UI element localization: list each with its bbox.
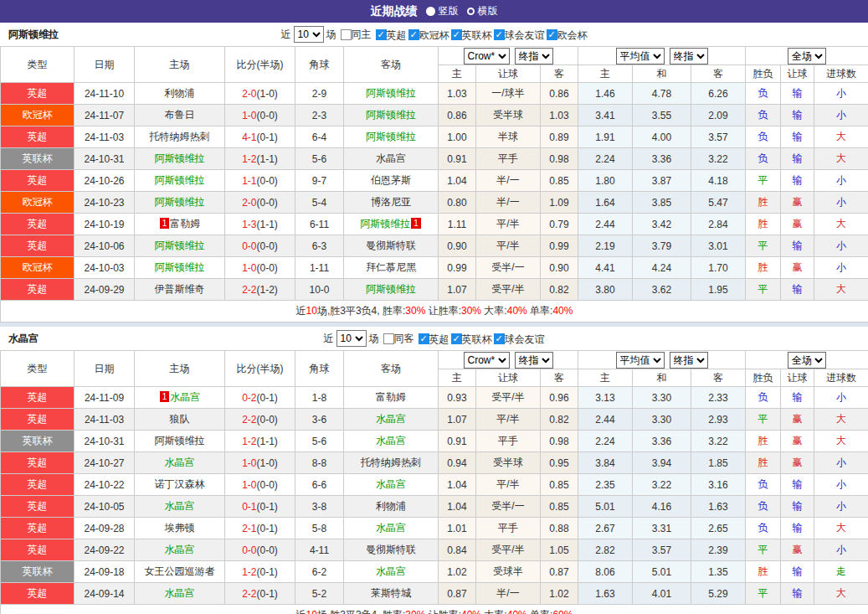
home-team-cell[interactable]: 狼队	[135, 409, 225, 431]
checkbox-checked-icon[interactable]: ✓	[408, 29, 419, 40]
same-venue-filter[interactable]: 同主	[341, 23, 372, 46]
rounds-select[interactable]: 10	[294, 26, 324, 43]
rounds-select[interactable]: 10	[336, 330, 367, 347]
radio-vertical-label[interactable]: 竖版	[439, 4, 459, 18]
away-team-name[interactable]: 水晶宫	[376, 413, 406, 425]
home-team-name[interactable]: 阿斯顿维拉	[155, 196, 205, 208]
away-team-name[interactable]: 阿斯顿维拉	[366, 283, 416, 295]
home-team-name[interactable]: 伊普斯维奇	[155, 283, 205, 295]
competition-filter[interactable]: ✓英联杯	[451, 23, 492, 47]
away-team-cell[interactable]: 阿斯顿维拉	[344, 126, 439, 148]
home-team-cell[interactable]: 水晶宫	[135, 452, 225, 474]
away-team-cell[interactable]: 阿斯顿维拉	[344, 83, 439, 105]
away-team-cell[interactable]: 阿斯顿维拉1	[344, 214, 439, 235]
average-select[interactable]: 平均值	[616, 352, 665, 369]
competition-filter[interactable]: ✓欧冠杯	[408, 23, 449, 47]
away-team-cell[interactable]: 博洛尼亚	[344, 192, 439, 214]
home-team-cell[interactable]: 埃弗顿	[135, 518, 225, 539]
away-team-name[interactable]: 水晶宫	[376, 478, 406, 490]
away-team-cell[interactable]: 水晶宫	[344, 518, 439, 539]
competition-filter[interactable]: ✓英超	[376, 23, 407, 47]
final-odds-select-2[interactable]: 终指	[670, 352, 708, 369]
checkbox-unchecked-icon[interactable]	[341, 29, 352, 40]
away-team-cell[interactable]: 曼彻斯特联	[344, 235, 439, 257]
away-team-cell[interactable]: 水晶宫	[344, 561, 439, 583]
away-team-cell[interactable]: 拜仁慕尼黑	[344, 257, 439, 279]
away-team-name[interactable]: 阿斯顿维拉	[366, 87, 416, 99]
home-team-name[interactable]: 阿斯顿维拉	[155, 152, 205, 164]
home-team-name[interactable]: 女王公园巡游者	[145, 565, 215, 577]
average-select[interactable]: 平均值	[616, 48, 665, 64]
competition-filter[interactable]: ✓欧会杯	[547, 23, 588, 47]
home-team-name[interactable]: 利物浦	[165, 87, 195, 99]
away-team-name[interactable]: 莱斯特城	[371, 587, 411, 599]
home-team-name[interactable]: 水晶宫	[165, 500, 195, 512]
radio-selected-icon[interactable]	[426, 7, 435, 16]
checkbox-checked-icon[interactable]: ✓	[494, 333, 505, 344]
home-team-cell[interactable]: 阿斯顿维拉	[135, 192, 225, 214]
checkbox-checked-icon[interactable]: ✓	[376, 29, 387, 40]
home-team-cell[interactable]: 水晶宫	[135, 496, 225, 518]
home-team-cell[interactable]: 水晶宫	[135, 583, 225, 605]
home-team-name[interactable]: 水晶宫	[165, 544, 195, 555]
home-team-name[interactable]: 埃弗顿	[165, 522, 195, 534]
home-team-name[interactable]: 水晶宫	[170, 391, 200, 403]
home-team-name[interactable]: 阿斯顿维拉	[155, 435, 205, 446]
radio-unselected-icon[interactable]	[467, 8, 475, 15]
radio-horizontal-label[interactable]: 横版	[478, 4, 498, 18]
home-team-cell[interactable]: 阿斯顿维拉	[135, 148, 225, 170]
away-team-cell[interactable]: 伯恩茅斯	[344, 170, 439, 192]
home-team-name[interactable]: 水晶宫	[165, 457, 195, 468]
away-team-cell[interactable]: 水晶宫	[344, 474, 439, 496]
home-team-cell[interactable]: 阿斯顿维拉	[135, 170, 225, 192]
away-team-name[interactable]: 曼彻斯特联	[366, 544, 416, 555]
checkbox-checked-icon[interactable]: ✓	[494, 29, 505, 40]
competition-filter[interactable]: ✓球会友谊	[494, 328, 545, 351]
away-team-cell[interactable]: 水晶宫	[344, 431, 439, 452]
checkbox-checked-icon[interactable]: ✓	[451, 333, 462, 344]
away-team-name[interactable]: 水晶宫	[376, 522, 406, 534]
home-team-name[interactable]: 布鲁日	[165, 109, 195, 121]
away-team-cell[interactable]: 莱斯特城	[344, 583, 439, 605]
final-odds-select[interactable]: 终指	[515, 48, 553, 64]
away-team-name[interactable]: 托特纳姆热刺	[361, 457, 421, 468]
checkbox-checked-icon[interactable]: ✓	[451, 29, 462, 40]
bookmaker-select[interactable]: Crow*	[464, 48, 510, 64]
away-team-name[interactable]: 曼彻斯特联	[366, 240, 416, 251]
home-team-name[interactable]: 阿斯顿维拉	[155, 261, 205, 273]
competition-filter[interactable]: ✓球会友谊	[494, 23, 545, 47]
away-team-name[interactable]: 博洛尼亚	[371, 196, 411, 208]
away-team-name[interactable]: 水晶宫	[376, 435, 406, 446]
home-team-cell[interactable]: 利物浦	[135, 83, 225, 105]
away-team-name[interactable]: 阿斯顿维拉	[366, 131, 416, 142]
away-team-cell[interactable]: 托特纳姆热刺	[344, 452, 439, 474]
final-odds-select-2[interactable]: 终指	[670, 48, 708, 64]
same-venue-filter[interactable]: 同客	[383, 327, 414, 350]
away-team-cell[interactable]: 阿斯顿维拉	[344, 105, 439, 126]
competition-filter[interactable]: ✓英超	[419, 328, 449, 351]
home-team-cell[interactable]: 布鲁日	[135, 105, 225, 126]
home-team-name[interactable]: 水晶宫	[165, 587, 195, 599]
away-team-name[interactable]: 阿斯顿维拉	[366, 109, 416, 121]
home-team-name[interactable]: 富勒姆	[170, 218, 200, 230]
home-team-cell[interactable]: 女王公园巡游者	[135, 561, 225, 583]
home-team-cell[interactable]: 阿斯顿维拉	[135, 235, 225, 257]
checkbox-checked-icon[interactable]: ✓	[419, 333, 429, 344]
away-team-name[interactable]: 伯恩茅斯	[371, 174, 411, 186]
away-team-cell[interactable]: 阿斯顿维拉	[344, 279, 439, 301]
away-team-cell[interactable]: 富勒姆	[344, 387, 439, 409]
home-team-cell[interactable]: 水晶宫	[135, 539, 225, 561]
away-team-cell[interactable]: 利物浦	[344, 496, 439, 518]
away-team-name[interactable]: 阿斯顿维拉	[360, 218, 410, 230]
radio-vertical-layout[interactable]: 竖版	[426, 4, 459, 18]
bookmaker-select[interactable]: Crow*	[464, 352, 510, 369]
home-team-cell[interactable]: 伊普斯维奇	[135, 279, 225, 301]
away-team-cell[interactable]: 曼彻斯特联	[344, 539, 439, 561]
home-team-name[interactable]: 托特纳姆热刺	[150, 131, 210, 142]
home-team-name[interactable]: 狼队	[170, 413, 190, 425]
home-team-name[interactable]: 阿斯顿维拉	[155, 240, 205, 251]
competition-filter[interactable]: ✓英联杯	[451, 328, 492, 351]
home-team-cell[interactable]: 托特纳姆热刺	[135, 126, 225, 148]
home-team-name[interactable]: 诺丁汉森林	[155, 478, 205, 490]
away-team-cell[interactable]: 水晶宫	[344, 409, 439, 431]
